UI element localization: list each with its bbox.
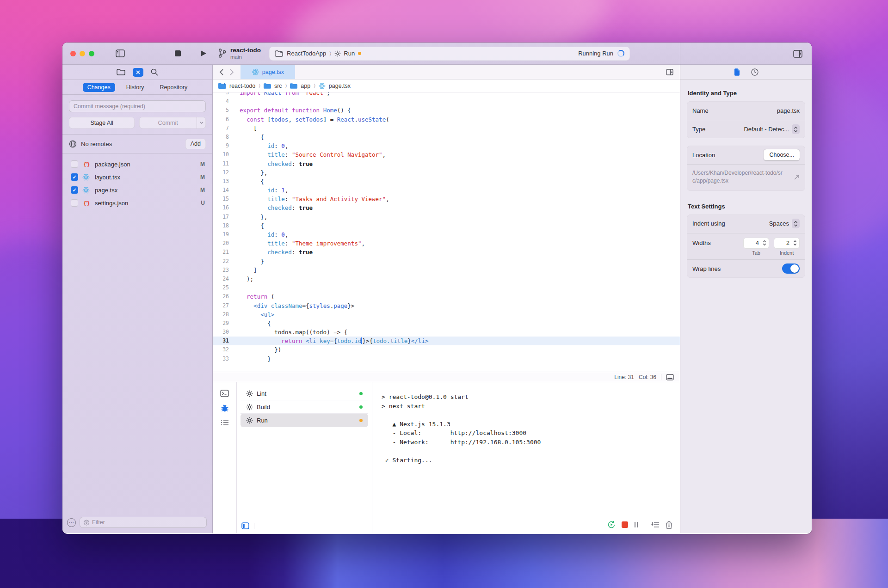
code-line[interactable]: 28 <ul>	[213, 310, 680, 319]
task-build[interactable]: Build	[240, 400, 368, 414]
tab-page-tsx[interactable]: page.tsx	[240, 65, 295, 79]
stage-checkbox-unchecked[interactable]	[71, 199, 78, 207]
toggle-left-sidebar-icon[interactable]	[115, 49, 125, 59]
back-button[interactable]	[219, 69, 223, 75]
breadcrumb-item[interactable]: app	[301, 83, 310, 89]
code-line[interactable]: 10 title: "Source Control Navigator",	[213, 150, 680, 159]
code-line[interactable]: 6 const [todos, setTodos] = React.useSta…	[213, 115, 680, 124]
code-line[interactable]: 16 checked: true	[213, 203, 680, 212]
code-line[interactable]: 11 checked: true	[213, 159, 680, 168]
tab-history[interactable]: History	[122, 83, 149, 92]
task-run[interactable]: Run	[240, 414, 368, 427]
stage-all-button[interactable]: Stage All	[69, 117, 135, 129]
pause-task-icon[interactable]	[634, 521, 639, 528]
breadcrumb-item[interactable]: src	[274, 83, 282, 89]
task-lint[interactable]: Lint	[240, 387, 368, 400]
terminal-output[interactable]: > react-todo@0.1.0 start > next start ▲ …	[372, 382, 680, 533]
code-line[interactable]: 7 [	[213, 124, 680, 133]
stage-checkbox-checked[interactable]: ✓	[71, 173, 78, 181]
code-line[interactable]: 29 {	[213, 319, 680, 328]
code-line[interactable]: 27 <div className={styles.page}>	[213, 301, 680, 310]
run-task-button[interactable]	[198, 49, 209, 59]
more-options-icon[interactable]: ⋯	[67, 518, 76, 527]
stop-task-button[interactable]	[173, 49, 183, 59]
add-remote-button[interactable]: Add	[185, 139, 206, 149]
output-list-panel-icon[interactable]	[221, 419, 229, 426]
code-line[interactable]: 32 })	[213, 345, 680, 354]
code-text: title: "Source Control Navigator",	[233, 150, 386, 159]
code-line[interactable]: 4	[213, 97, 680, 106]
code-line[interactable]: 33 }	[213, 355, 680, 363]
split-editor-icon[interactable]	[660, 65, 680, 79]
project-navigator-icon[interactable]	[117, 69, 125, 76]
toggle-right-sidebar-icon[interactable]	[793, 49, 803, 59]
file-row-settings-json[interactable]: {"} settings.json U	[62, 196, 212, 209]
source-control-navigator-icon[interactable]	[133, 68, 143, 77]
code-line[interactable]: 14 id: 1,	[213, 186, 680, 195]
desktop-wallpaper: react-todo main ReactTodoApp 〉 Run Runni…	[0, 0, 888, 588]
code-line[interactable]: 22 }	[213, 257, 680, 266]
git-branch-icon	[218, 48, 227, 58]
tab-width-field[interactable]: 4	[743, 238, 769, 249]
breadcrumb-item[interactable]: react-todo	[229, 83, 255, 89]
restart-task-icon[interactable]	[607, 521, 616, 529]
zoom-button[interactable]	[89, 51, 94, 56]
code-line[interactable]: 8 {	[213, 133, 680, 141]
clear-terminal-trash-icon[interactable]	[666, 521, 672, 529]
file-row-layout-tsx[interactable]: ✓ layout.tsx M	[62, 171, 212, 184]
code-line[interactable]: 12 },	[213, 168, 680, 177]
file-row-page-tsx[interactable]: ✓ page.tsx M	[62, 184, 212, 196]
toggle-panel-sidebar-icon[interactable]	[241, 522, 249, 529]
code-line[interactable]: 18 {	[213, 221, 680, 230]
code-line[interactable]: 13 {	[213, 177, 680, 186]
code-line[interactable]: 19 id: 0,	[213, 230, 680, 239]
reveal-path-icon[interactable]	[794, 174, 800, 180]
file-inspector-icon[interactable]	[734, 68, 740, 76]
activity-viewer[interactable]: ReactTodoApp 〉 Run Running Run	[269, 47, 630, 61]
code-editor[interactable]: 3import React from 'react';45export defa…	[213, 92, 680, 372]
indent-width-field[interactable]: 2	[774, 238, 800, 249]
code-line[interactable]: 26 return (	[213, 292, 680, 301]
stage-checkbox-checked[interactable]: ✓	[71, 186, 78, 194]
code-line[interactable]: 15 title: "Tasks and Activity Viewer",	[213, 195, 680, 203]
indent-width-stepper[interactable]	[792, 239, 798, 247]
code-line[interactable]: 5export default function Home() {	[213, 106, 680, 115]
filter-input[interactable]	[92, 519, 203, 526]
minimize-button[interactable]	[80, 51, 85, 56]
history-inspector-icon[interactable]	[751, 68, 758, 76]
type-select-stepper[interactable]	[792, 124, 800, 134]
code-line[interactable]: 23 ]	[213, 266, 680, 275]
line-number: 10	[213, 150, 233, 159]
stage-checkbox-unchecked[interactable]	[71, 160, 78, 168]
scroll-output-icon[interactable]	[651, 521, 660, 528]
toggle-bottom-panel-icon[interactable]	[666, 374, 674, 380]
code-line[interactable]: 3import React from 'react';	[213, 92, 680, 97]
breadcrumb-item[interactable]: page.tsx	[329, 83, 351, 89]
commit-button[interactable]: Commit	[139, 117, 206, 129]
code-line[interactable]: 20 title: "Theme improvements",	[213, 239, 680, 248]
terminal-panel-icon[interactable]	[220, 390, 229, 397]
wrap-lines-toggle[interactable]	[782, 263, 800, 274]
close-button[interactable]	[70, 51, 76, 56]
file-row-package-json[interactable]: {"} package.json M	[62, 158, 212, 171]
code-line[interactable]: 9 id: 0,	[213, 141, 680, 150]
indent-select-stepper[interactable]	[792, 219, 800, 228]
tab-width-stepper[interactable]	[761, 239, 767, 247]
debug-panel-icon[interactable]	[221, 404, 229, 412]
code-line[interactable]: 21 checked: true	[213, 248, 680, 257]
code-line[interactable]: 31 return <li key={todo.id}>{todo.title}…	[213, 337, 680, 345]
forward-button[interactable]	[230, 69, 234, 75]
choose-location-button[interactable]: Choose...	[764, 149, 800, 160]
commit-dropdown-icon[interactable]	[197, 117, 206, 129]
stop-task-icon[interactable]	[622, 521, 628, 528]
code-line[interactable]: 30 todos.map((todo) => {	[213, 328, 680, 337]
tab-changes[interactable]: Changes	[83, 83, 115, 92]
code-line[interactable]: 24 );	[213, 275, 680, 283]
filter-field[interactable]	[80, 517, 207, 528]
tab-repository[interactable]: Repository	[155, 83, 192, 92]
search-navigator-icon[interactable]	[151, 68, 158, 76]
commit-message-input[interactable]	[69, 100, 206, 112]
code-line[interactable]: 17 },	[213, 213, 680, 221]
task-status-dot-orange	[359, 419, 363, 422]
code-line[interactable]: 25	[213, 283, 680, 292]
